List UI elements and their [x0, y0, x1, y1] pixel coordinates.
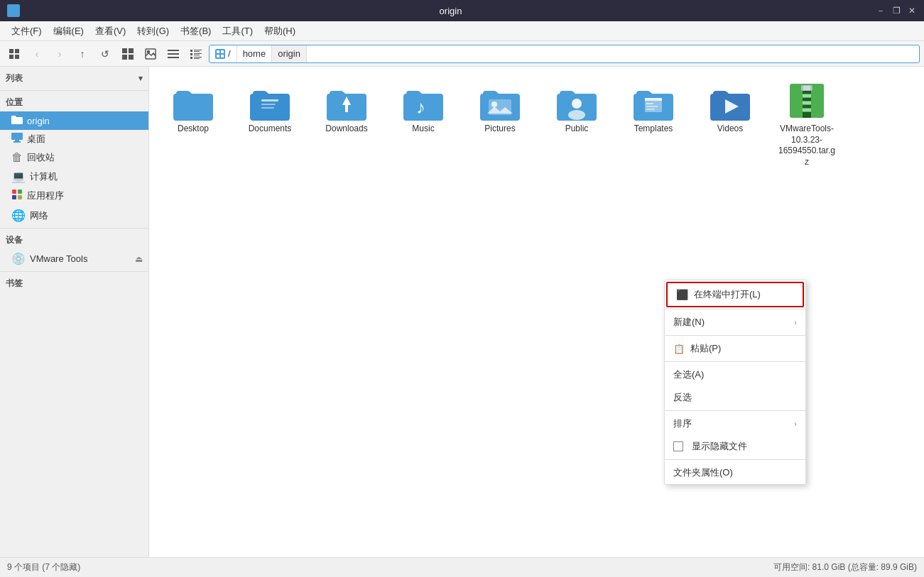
- svg-rect-17: [190, 50, 192, 52]
- svg-rect-61: [803, 109, 811, 111]
- status-item-count: 9 个项目 (7 个隐藏): [7, 561, 80, 573]
- svg-text:♪: ♪: [416, 97, 425, 118]
- sidebar-item-computer[interactable]: 💻 计算机: [0, 167, 148, 186]
- content-area: Desktop Documents: [149, 67, 924, 557]
- svg-rect-20: [190, 53, 192, 55]
- list-toggle[interactable]: ▾: [138, 74, 143, 83]
- context-menu-folder-properties[interactable]: 文件夹属性(O): [665, 461, 805, 484]
- drive-icon: 💿: [11, 252, 26, 265]
- context-divider-2: [665, 335, 805, 336]
- svg-rect-29: [217, 55, 219, 57]
- file-item-public[interactable]: Public: [541, 75, 612, 173]
- menu-goto[interactable]: 转到(G): [131, 23, 175, 39]
- svg-rect-34: [12, 189, 16, 194]
- menubar: 文件(F) 编辑(E) 查看(V) 转到(G) 书签(B) 工具(T) 帮助(H…: [0, 21, 924, 41]
- main-layout: 列表 ▾ 位置 origin: [0, 67, 924, 557]
- svg-rect-31: [11, 133, 23, 140]
- minimize-button[interactable]: －: [876, 6, 886, 16]
- context-menu-open-terminal[interactable]: ⬛ 在终端中打开(L): [666, 282, 804, 307]
- sidebar-item-desktop[interactable]: 桌面: [0, 130, 148, 148]
- file-item-templates[interactable]: Templates: [618, 75, 689, 173]
- sidebar-item-origin[interactable]: origin: [0, 111, 148, 130]
- svg-rect-21: [194, 53, 202, 54]
- restore-button[interactable]: ❐: [891, 6, 901, 16]
- statusbar: 9 个项目 (7 个隐藏) 可用空间: 81.0 GiB (总容量: 89.9 …: [0, 557, 924, 577]
- menu-view[interactable]: 查看(V): [89, 23, 131, 39]
- location-root[interactable]: /: [210, 45, 237, 62]
- svg-rect-52: [646, 109, 655, 110]
- svg-rect-62: [803, 112, 811, 118]
- svg-rect-24: [194, 57, 202, 57]
- downloads-folder-icon: [327, 81, 366, 121]
- desktop-icon: [11, 133, 23, 145]
- file-item-videos[interactable]: Videos: [695, 75, 766, 173]
- sidebar-item-trash[interactable]: 🗑 回收站: [0, 148, 148, 167]
- svg-rect-35: [18, 189, 22, 194]
- svg-rect-28: [221, 50, 224, 53]
- menu-bookmarks[interactable]: 书签(B): [175, 23, 217, 39]
- svg-rect-19: [194, 51, 200, 52]
- svg-rect-27: [217, 50, 219, 53]
- show-hidden-checkbox[interactable]: [673, 441, 683, 451]
- reload-button[interactable]: ↺: [95, 44, 115, 64]
- sidebar-item-vmware[interactable]: 💿 VMware Tools ⏏: [0, 249, 148, 268]
- file-item-documents[interactable]: Documents: [234, 75, 305, 173]
- music-folder-icon: ♪: [403, 81, 443, 121]
- svg-rect-4: [9, 49, 13, 53]
- svg-rect-38: [261, 99, 278, 101]
- file-item-vmwaretools[interactable]: VMwareTools-10.3.23-16594550.tar.gz: [771, 75, 842, 173]
- svg-rect-25: [194, 58, 200, 59]
- menu-help[interactable]: 帮助(H): [259, 23, 301, 39]
- context-menu-select-all[interactable]: 全选(A): [665, 363, 805, 386]
- detail-view-button[interactable]: [186, 44, 206, 64]
- eject-button[interactable]: ⏏: [135, 254, 143, 264]
- up-button[interactable]: ↑: [72, 44, 92, 64]
- location-home[interactable]: home: [237, 45, 273, 62]
- sort-submenu-arrow: ›: [794, 419, 797, 428]
- list-view-button[interactable]: [163, 44, 183, 64]
- devices-header: 设备: [0, 231, 148, 249]
- svg-rect-18: [194, 50, 202, 50]
- folder-icon: [11, 114, 23, 127]
- menu-edit[interactable]: 编辑(E): [48, 23, 89, 39]
- window-title: origin: [26, 6, 876, 16]
- svg-rect-64: [803, 86, 810, 90]
- videos-folder-label: Videos: [717, 123, 743, 135]
- svg-rect-23: [190, 57, 192, 59]
- svg-rect-10: [122, 55, 127, 60]
- back-button[interactable]: ‹: [27, 44, 47, 64]
- downloads-folder-label: Downloads: [325, 123, 367, 135]
- context-menu: ⬛ 在终端中打开(L) 新建(N) › 📋 粘贴(P) 全选(A) 反选: [664, 280, 806, 485]
- sidebar-item-network[interactable]: 🌐 网络: [0, 206, 148, 225]
- grid-view-button[interactable]: [4, 44, 24, 64]
- svg-rect-56: [803, 91, 811, 94]
- context-menu-paste[interactable]: 📋 粘贴(P): [665, 337, 805, 360]
- computer-icon: 💻: [11, 170, 26, 183]
- menu-tools[interactable]: 工具(T): [217, 23, 259, 39]
- close-button[interactable]: ✕: [907, 6, 917, 16]
- places-header: 位置: [0, 94, 148, 111]
- toolbar: ‹ › ↑ ↺: [0, 41, 924, 67]
- submenu-arrow: ›: [794, 318, 797, 326]
- file-item-desktop[interactable]: Desktop: [158, 75, 229, 173]
- zip-file-label: VMwareTools-10.3.23-16594550.tar.gz: [777, 123, 837, 167]
- forward-button[interactable]: ›: [50, 44, 70, 64]
- file-item-downloads[interactable]: Downloads: [311, 75, 382, 173]
- context-menu-new[interactable]: 新建(N) ›: [665, 311, 805, 334]
- templates-folder-label: Templates: [634, 123, 673, 135]
- file-item-music[interactable]: ♪ Music: [388, 75, 459, 173]
- menu-file[interactable]: 文件(F): [6, 23, 48, 39]
- icon-view-button[interactable]: [118, 44, 138, 64]
- context-menu-sort[interactable]: 排序 ›: [665, 412, 805, 435]
- svg-rect-1: [13, 6, 18, 11]
- sidebar-item-apps[interactable]: 应用程序: [0, 186, 148, 206]
- context-menu-invert-select[interactable]: 反选: [665, 386, 805, 409]
- image-view-button[interactable]: [141, 44, 161, 64]
- location-origin[interactable]: origin: [272, 45, 307, 62]
- status-disk-space: 可用空间: 81.0 GiB (总容量: 89.9 GiB): [773, 561, 917, 573]
- pictures-folder-icon: [480, 81, 520, 121]
- context-menu-show-hidden[interactable]: 显示隐藏文件: [665, 435, 805, 458]
- paste-icon: 📋: [673, 344, 685, 354]
- file-item-pictures[interactable]: Pictures: [464, 75, 536, 173]
- context-divider-3: [665, 361, 805, 362]
